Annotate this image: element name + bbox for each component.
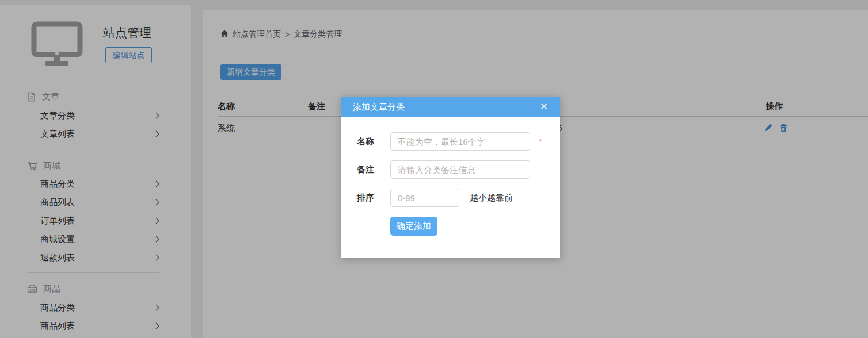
field-row-name: 名称 *: [357, 132, 551, 151]
field-row-sort: 排序 越小越靠前: [357, 188, 551, 208]
sort-hint: 越小越靠前: [470, 193, 513, 203]
field-label-name: 名称: [357, 136, 390, 147]
sort-input[interactable]: [390, 189, 459, 207]
close-icon[interactable]: ✕: [536, 97, 552, 117]
required-asterisk: *: [539, 137, 542, 146]
remark-input[interactable]: [390, 160, 530, 179]
modal-header: 添加文章分类 ✕: [341, 97, 560, 117]
field-row-remark: 备注: [357, 160, 551, 179]
name-input[interactable]: [390, 132, 530, 151]
field-label-remark: 备注: [357, 164, 390, 175]
modal-title: 添加文章分类: [353, 97, 405, 117]
field-label-sort: 排序: [357, 193, 390, 203]
add-article-category-modal: 添加文章分类 ✕ 名称 * 备注 排序 越小越靠前 确定添加: [341, 97, 560, 258]
confirm-add-button[interactable]: 确定添加: [390, 217, 437, 236]
